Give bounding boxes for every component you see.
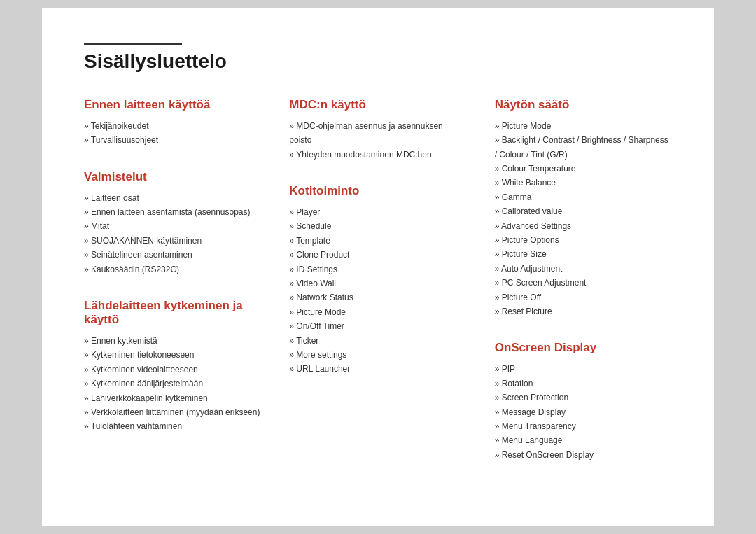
list-item: Ennen kytkemistä <box>84 334 261 348</box>
list-item: Yhteyden muodostaminen MDC:hen <box>289 148 466 162</box>
list-item: Player <box>289 205 466 219</box>
title-bar <box>84 43 182 45</box>
list-item: Kaukosäädin (RS232C) <box>84 262 261 276</box>
list-item: Advanced Settings <box>495 219 672 233</box>
list-item: Backlight / Contrast / Brightness / Shar… <box>495 133 672 162</box>
section-title-valmistelut: Valmistelut <box>84 170 261 184</box>
section-items-nayton-saato: Picture ModeBacklight / Contrast / Brigh… <box>495 119 672 318</box>
list-item: On/Off Timer <box>289 319 466 333</box>
list-item: Picture Off <box>495 290 672 304</box>
list-item: Picture Size <box>495 247 672 261</box>
section-title-lahdelaitteen: Lähdelaitteen kytkeminen ja käyttö <box>84 299 261 327</box>
list-item: Message Display <box>495 405 672 419</box>
column-1: Ennen laitteen käyttöäTekijänoikeudetTur… <box>84 98 261 484</box>
list-item: Screen Protection <box>495 391 672 405</box>
list-item: More settings <box>289 348 466 362</box>
list-item: MDC-ohjelman asennus ja asennuksen poist… <box>289 119 466 148</box>
section-items-mdc-kaytto: MDC-ohjelman asennus ja asennuksen poist… <box>289 119 466 162</box>
list-item: Picture Mode <box>495 119 672 133</box>
section-mdc-kaytto: MDC:n käyttöMDC-ohjelman asennus ja asen… <box>289 98 466 162</box>
list-item: Schedule <box>289 219 466 233</box>
section-title-nayton-saato: Näytön säätö <box>495 98 672 112</box>
content-columns: Ennen laitteen käyttöäTekijänoikeudetTur… <box>84 98 672 484</box>
list-item: Tekijänoikeudet <box>84 119 261 133</box>
list-item: Lähiverkkokaapelin kytkeminen <box>84 391 261 405</box>
list-item: ID Settings <box>289 262 466 276</box>
list-item: Menu Transparency <box>495 419 672 433</box>
list-item: Reset Picture <box>495 304 672 318</box>
list-item: PC Screen Adjustment <box>495 276 672 290</box>
list-item: White Balance <box>495 176 672 190</box>
list-item: Calibrated value <box>495 204 672 218</box>
list-item: Kytkeminen tietokoneeseen <box>84 348 261 362</box>
section-title-mdc-kaytto: MDC:n käyttö <box>289 98 466 112</box>
list-item: Reset OnScreen Display <box>495 448 672 462</box>
list-item: Video Wall <box>289 276 466 290</box>
section-title-kotitoiminto: Kotitoiminto <box>289 184 466 198</box>
section-items-valmistelut: Laitteen osatEnnen laitteen asentamista … <box>84 191 261 276</box>
column-2: MDC:n käyttöMDC-ohjelman asennus ja asen… <box>289 98 466 484</box>
section-onscreen-display: OnScreen DisplayPIPRotationScreen Protec… <box>495 341 672 462</box>
section-items-ennen-laitteen: TekijänoikeudetTurvallisuusohjeet <box>84 119 261 148</box>
list-item: Picture Options <box>495 233 672 247</box>
page: Sisällysluettelo Ennen laitteen käyttöäT… <box>42 8 714 526</box>
list-item: Natwork Status <box>289 290 466 304</box>
column-3: Näytön säätöPicture ModeBacklight / Cont… <box>495 98 672 484</box>
list-item: Verkkolaitteen liittäminen (myydään erik… <box>84 405 261 419</box>
section-items-onscreen-display: PIPRotationScreen ProtectionMessage Disp… <box>495 362 672 462</box>
list-item: Clone Product <box>289 248 466 262</box>
list-item: Gamma <box>495 190 672 204</box>
list-item: Picture Mode <box>289 305 466 319</box>
section-nayton-saato: Näytön säätöPicture ModeBacklight / Cont… <box>495 98 672 318</box>
list-item: Ennen laitteen asentamista (asennusopas) <box>84 205 261 219</box>
list-item: PIP <box>495 362 672 376</box>
page-title: Sisällysluettelo <box>84 50 672 73</box>
list-item: Tulolähteen vaihtaminen <box>84 419 261 433</box>
section-kotitoiminto: KotitoimintoPlayerScheduleTemplateClone … <box>289 184 466 377</box>
section-items-lahdelaitteen: Ennen kytkemistäKytkeminen tietokoneesee… <box>84 334 261 434</box>
section-title-ennen-laitteen: Ennen laitteen käyttöä <box>84 98 261 112</box>
section-title-onscreen-display: OnScreen Display <box>495 341 672 355</box>
list-item: Laitteen osat <box>84 191 261 205</box>
section-ennen-laitteen: Ennen laitteen käyttöäTekijänoikeudetTur… <box>84 98 261 148</box>
list-item: Ticker <box>289 334 466 348</box>
list-item: Seinätelineen asentaminen <box>84 248 261 262</box>
list-item: SUOJAKANNEN käyttäminen <box>84 234 261 248</box>
list-item: Kytkeminen äänijärjestelmään <box>84 377 261 391</box>
list-item: Auto Adjustment <box>495 262 672 276</box>
section-lahdelaitteen: Lähdelaitteen kytkeminen ja käyttöEnnen … <box>84 299 261 434</box>
list-item: Turvallisuusohjeet <box>84 133 261 147</box>
list-item: URL Launcher <box>289 362 466 376</box>
section-valmistelut: ValmistelutLaitteen osatEnnen laitteen a… <box>84 170 261 276</box>
list-item: Kytkeminen videolaitteeseen <box>84 363 261 377</box>
list-item: Mitat <box>84 219 261 233</box>
list-item: Menu Language <box>495 433 672 447</box>
list-item: Colour Temperature <box>495 162 672 176</box>
list-item: Template <box>289 234 466 248</box>
section-items-kotitoiminto: PlayerScheduleTemplateClone ProductID Se… <box>289 205 466 377</box>
list-item: Rotation <box>495 377 672 391</box>
